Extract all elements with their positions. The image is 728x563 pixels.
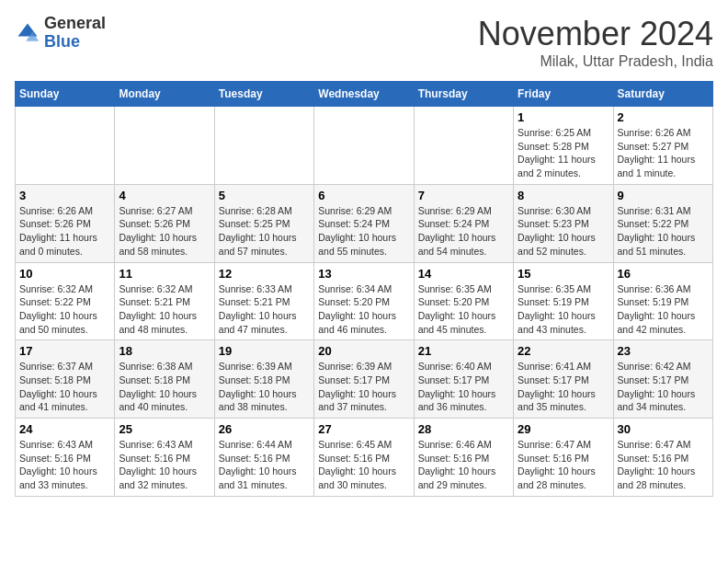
calendar-week-0: 1Sunrise: 6:25 AMSunset: 5:28 PMDaylight… <box>16 107 713 185</box>
day-info: Sunrise: 6:32 AMSunset: 5:22 PMDaylight:… <box>19 282 110 337</box>
calendar-cell: 3Sunrise: 6:26 AMSunset: 5:26 PMDaylight… <box>16 184 115 262</box>
day-info: Sunrise: 6:36 AMSunset: 5:19 PMDaylight:… <box>618 282 709 337</box>
calendar-cell: 13Sunrise: 6:34 AMSunset: 5:20 PMDayligh… <box>314 262 414 340</box>
day-number: 15 <box>518 267 609 281</box>
day-number: 17 <box>19 344 110 358</box>
calendar-cell: 18Sunrise: 6:38 AMSunset: 5:18 PMDayligh… <box>115 340 214 419</box>
day-info: Sunrise: 6:29 AMSunset: 5:24 PMDaylight:… <box>318 204 409 259</box>
day-number: 20 <box>318 344 409 358</box>
day-number: 8 <box>518 189 609 202</box>
day-number: 4 <box>119 189 210 202</box>
day-number: 22 <box>518 344 609 358</box>
calendar-cell: 30Sunrise: 6:47 AMSunset: 5:16 PMDayligh… <box>613 419 712 497</box>
calendar-week-3: 17Sunrise: 6:37 AMSunset: 5:18 PMDayligh… <box>16 340 713 419</box>
title-area: November 2024 Milak, Uttar Pradesh, Indi… <box>478 15 713 70</box>
calendar-cell <box>414 107 513 185</box>
day-number: 7 <box>418 189 509 202</box>
day-info: Sunrise: 6:34 AMSunset: 5:20 PMDaylight:… <box>318 282 409 337</box>
calendar-body: 1Sunrise: 6:25 AMSunset: 5:28 PMDaylight… <box>16 107 713 497</box>
day-info: Sunrise: 6:45 AMSunset: 5:16 PMDaylight:… <box>318 438 409 492</box>
calendar-cell: 26Sunrise: 6:44 AMSunset: 5:16 PMDayligh… <box>214 419 313 497</box>
calendar-cell <box>214 107 313 185</box>
calendar-cell: 19Sunrise: 6:39 AMSunset: 5:18 PMDayligh… <box>214 340 313 419</box>
day-info: Sunrise: 6:35 AMSunset: 5:20 PMDaylight:… <box>418 282 509 337</box>
day-number: 29 <box>518 422 609 436</box>
calendar-cell: 22Sunrise: 6:41 AMSunset: 5:17 PMDayligh… <box>514 340 613 419</box>
day-info: Sunrise: 6:31 AMSunset: 5:22 PMDaylight:… <box>618 204 709 259</box>
calendar-cell: 25Sunrise: 6:43 AMSunset: 5:16 PMDayligh… <box>115 419 214 497</box>
weekday-header-wednesday: Wednesday <box>314 82 414 107</box>
calendar-cell: 28Sunrise: 6:46 AMSunset: 5:16 PMDayligh… <box>414 419 513 497</box>
logo: General Blue <box>15 15 106 52</box>
day-number: 11 <box>119 267 210 281</box>
calendar-cell: 16Sunrise: 6:36 AMSunset: 5:19 PMDayligh… <box>613 262 712 340</box>
day-number: 2 <box>618 110 709 124</box>
calendar-cell: 5Sunrise: 6:28 AMSunset: 5:25 PMDaylight… <box>214 184 313 262</box>
day-info: Sunrise: 6:37 AMSunset: 5:18 PMDaylight:… <box>19 360 110 414</box>
weekday-header-thursday: Thursday <box>414 82 513 107</box>
month-title: November 2024 <box>478 15 713 53</box>
day-number: 5 <box>219 189 310 202</box>
calendar-cell <box>115 107 214 185</box>
calendar-week-1: 3Sunrise: 6:26 AMSunset: 5:26 PMDaylight… <box>16 184 713 262</box>
day-info: Sunrise: 6:33 AMSunset: 5:21 PMDaylight:… <box>219 282 310 337</box>
calendar-cell: 7Sunrise: 6:29 AMSunset: 5:24 PMDaylight… <box>414 184 513 262</box>
day-number: 26 <box>219 422 310 436</box>
day-info: Sunrise: 6:46 AMSunset: 5:16 PMDaylight:… <box>418 438 509 492</box>
calendar-cell: 15Sunrise: 6:35 AMSunset: 5:19 PMDayligh… <box>514 262 613 340</box>
day-number: 10 <box>19 267 110 281</box>
weekday-header-friday: Friday <box>514 82 613 107</box>
day-number: 1 <box>518 110 609 124</box>
calendar-cell <box>16 107 115 185</box>
day-number: 27 <box>318 422 409 436</box>
calendar-cell: 4Sunrise: 6:27 AMSunset: 5:26 PMDaylight… <box>115 184 214 262</box>
logo-text: General Blue <box>44 15 106 52</box>
day-info: Sunrise: 6:25 AMSunset: 5:28 PMDaylight:… <box>518 126 609 180</box>
day-info: Sunrise: 6:43 AMSunset: 5:16 PMDaylight:… <box>19 438 110 492</box>
day-info: Sunrise: 6:41 AMSunset: 5:17 PMDaylight:… <box>518 360 609 414</box>
day-info: Sunrise: 6:42 AMSunset: 5:17 PMDaylight:… <box>618 360 709 414</box>
day-number: 16 <box>618 267 709 281</box>
logo-icon <box>15 20 40 46</box>
day-info: Sunrise: 6:40 AMSunset: 5:17 PMDaylight:… <box>418 360 509 414</box>
day-info: Sunrise: 6:26 AMSunset: 5:26 PMDaylight:… <box>19 204 110 259</box>
calendar-cell: 6Sunrise: 6:29 AMSunset: 5:24 PMDaylight… <box>314 184 414 262</box>
calendar-cell: 21Sunrise: 6:40 AMSunset: 5:17 PMDayligh… <box>414 340 513 419</box>
weekday-header-tuesday: Tuesday <box>214 82 313 107</box>
logo-general: General <box>44 14 106 32</box>
day-number: 13 <box>318 267 409 281</box>
day-number: 24 <box>19 422 110 436</box>
day-info: Sunrise: 6:27 AMSunset: 5:26 PMDaylight:… <box>119 204 210 259</box>
calendar-cell: 8Sunrise: 6:30 AMSunset: 5:23 PMDaylight… <box>514 184 613 262</box>
weekday-header-monday: Monday <box>115 82 214 107</box>
calendar-cell: 24Sunrise: 6:43 AMSunset: 5:16 PMDayligh… <box>16 419 115 497</box>
calendar-cell: 17Sunrise: 6:37 AMSunset: 5:18 PMDayligh… <box>16 340 115 419</box>
day-info: Sunrise: 6:38 AMSunset: 5:18 PMDaylight:… <box>119 360 210 414</box>
day-number: 30 <box>618 422 709 436</box>
weekday-header-saturday: Saturday <box>613 82 712 107</box>
calendar-cell: 1Sunrise: 6:25 AMSunset: 5:28 PMDaylight… <box>514 107 613 185</box>
calendar-cell: 20Sunrise: 6:39 AMSunset: 5:17 PMDayligh… <box>314 340 414 419</box>
subtitle: Milak, Uttar Pradesh, India <box>478 53 713 70</box>
calendar-cell: 12Sunrise: 6:33 AMSunset: 5:21 PMDayligh… <box>214 262 313 340</box>
calendar-week-2: 10Sunrise: 6:32 AMSunset: 5:22 PMDayligh… <box>16 262 713 340</box>
day-info: Sunrise: 6:47 AMSunset: 5:16 PMDaylight:… <box>518 438 609 492</box>
day-info: Sunrise: 6:47 AMSunset: 5:16 PMDaylight:… <box>618 438 709 492</box>
calendar-cell <box>314 107 414 185</box>
calendar-cell: 23Sunrise: 6:42 AMSunset: 5:17 PMDayligh… <box>613 340 712 419</box>
day-number: 21 <box>418 344 509 358</box>
calendar-cell: 29Sunrise: 6:47 AMSunset: 5:16 PMDayligh… <box>514 419 613 497</box>
day-info: Sunrise: 6:39 AMSunset: 5:18 PMDaylight:… <box>219 360 310 414</box>
weekday-header-sunday: Sunday <box>16 82 115 107</box>
day-info: Sunrise: 6:35 AMSunset: 5:19 PMDaylight:… <box>518 282 609 337</box>
day-info: Sunrise: 6:44 AMSunset: 5:16 PMDaylight:… <box>219 438 310 492</box>
day-number: 14 <box>418 267 509 281</box>
day-info: Sunrise: 6:32 AMSunset: 5:21 PMDaylight:… <box>119 282 210 337</box>
logo-blue: Blue <box>44 32 80 51</box>
weekday-header-row: SundayMondayTuesdayWednesdayThursdayFrid… <box>16 82 713 107</box>
day-number: 9 <box>618 189 709 202</box>
day-number: 6 <box>318 189 409 202</box>
calendar-cell: 2Sunrise: 6:26 AMSunset: 5:27 PMDaylight… <box>613 107 712 185</box>
calendar-cell: 9Sunrise: 6:31 AMSunset: 5:22 PMDaylight… <box>613 184 712 262</box>
calendar-week-4: 24Sunrise: 6:43 AMSunset: 5:16 PMDayligh… <box>16 419 713 497</box>
